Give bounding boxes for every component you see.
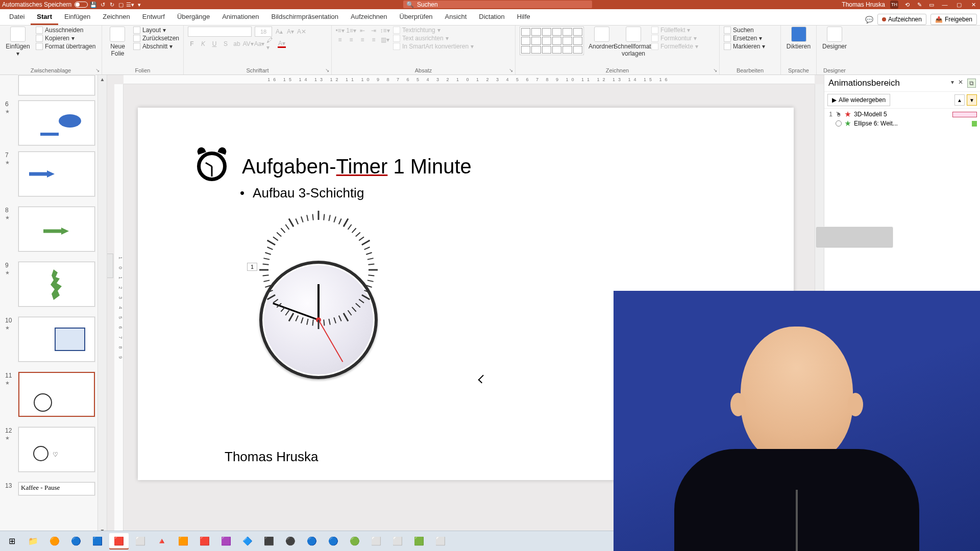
underline-button[interactable]: U xyxy=(210,40,218,48)
increase-font-icon[interactable]: A▴ xyxy=(275,28,283,36)
tab-start[interactable]: Start xyxy=(31,10,58,25)
tab-ueberpruefen[interactable]: Überprüfen xyxy=(394,10,439,25)
new-slide-button[interactable]: Neue Folie xyxy=(106,27,129,57)
qat-customize-icon[interactable]: ▾ xyxy=(136,1,143,8)
align-left-button[interactable]: ≡ xyxy=(336,36,344,44)
slide-title[interactable]: Aufgaben-Timer 1 Minute xyxy=(194,148,472,184)
move-down-button[interactable]: ▼ xyxy=(967,94,977,106)
outline-handle[interactable] xyxy=(107,254,113,278)
scroll-thumb[interactable] xyxy=(816,227,893,247)
taskbar-app-icon[interactable]: ⬜ xyxy=(388,533,407,549)
presenter-name[interactable]: Thomas Hruska xyxy=(225,449,318,465)
paste-button[interactable]: Einfügen▾ xyxy=(4,27,32,57)
taskbar-firefox-icon[interactable]: 🟠 xyxy=(45,533,64,549)
reset-button[interactable]: Zurücksetzen xyxy=(133,35,179,42)
slide-thumbnail[interactable] xyxy=(18,207,95,252)
taskbar-excel-icon[interactable]: 🟩 xyxy=(409,533,429,549)
italic-button[interactable]: K xyxy=(199,40,207,48)
increase-indent-button[interactable]: ⇥ xyxy=(370,27,378,35)
popout-icon[interactable]: ⧉ xyxy=(967,79,976,88)
replace-button[interactable]: Ersetzen▾ xyxy=(724,35,765,42)
from-beginning-icon[interactable]: ▢ xyxy=(117,1,125,8)
slide-thumbnail-active[interactable] xyxy=(18,372,95,417)
quick-styles-button[interactable]: Schnellformat- vorlagen xyxy=(620,27,647,57)
slide-thumbnail[interactable]: Kaffee - Pause xyxy=(18,482,95,495)
font-family-combo[interactable] xyxy=(188,27,252,37)
autosave-toggle[interactable]: Automatisches Speichern xyxy=(2,1,88,8)
slide-thumbnail[interactable] xyxy=(18,317,95,362)
font-color-button[interactable]: A▾ xyxy=(278,40,286,48)
tab-aufzeichnen[interactable]: Aufzeichnen xyxy=(345,10,394,25)
animation-item[interactable]: 1 🖱 3D-Modell 5 xyxy=(827,110,977,119)
tab-animationen[interactable]: Animationen xyxy=(216,10,265,25)
save-icon[interactable]: 💾 xyxy=(90,1,97,8)
dialog-launcher-icon[interactable]: ↘ xyxy=(713,67,717,73)
font-size-combo[interactable]: 18 xyxy=(255,27,272,37)
align-right-button[interactable]: ≡ xyxy=(358,36,366,44)
dialog-launcher-icon[interactable]: ↘ xyxy=(325,67,329,73)
dialog-launcher-icon[interactable]: ↘ xyxy=(509,67,513,73)
taskbar-app-icon[interactable]: ⬜ xyxy=(431,533,450,549)
shape-fill-button[interactable]: Fülleffekt▾ xyxy=(651,27,698,34)
thumbnail-scrollbar[interactable]: ▲ ▼ xyxy=(97,75,107,535)
taskbar-powerpoint-icon[interactable]: 🟥 xyxy=(109,533,129,549)
comments-icon[interactable]: 💬 xyxy=(865,16,873,23)
taskbar-app-icon[interactable]: 🔷 xyxy=(238,533,257,549)
taskbar-app-icon[interactable]: 🟧 xyxy=(174,533,193,549)
bullet-item[interactable]: Aufbau 3-Schichtig xyxy=(240,185,364,201)
taskbar-edge-icon[interactable]: 🟢 xyxy=(345,533,364,549)
slide-thumbnail[interactable]: ♡ xyxy=(18,427,95,472)
layout-button[interactable]: Layout▾ xyxy=(133,27,179,34)
close-icon[interactable]: ✕ xyxy=(958,79,963,88)
slide-thumbnail[interactable] xyxy=(18,101,95,145)
shape-outline-button[interactable]: Formkontur▾ xyxy=(651,35,698,42)
tab-entwurf[interactable]: Entwurf xyxy=(136,10,171,25)
tab-uebergaenge[interactable]: Übergänge xyxy=(171,10,216,25)
smartart-button[interactable]: In SmartArt konvertieren▾ xyxy=(393,43,474,50)
align-center-button[interactable]: ≡ xyxy=(347,36,355,44)
move-up-button[interactable]: ▲ xyxy=(954,94,965,106)
taskbar-app-icon[interactable]: ⬜ xyxy=(366,533,386,549)
bullets-button[interactable]: •≡▾ xyxy=(336,27,344,35)
redo-icon[interactable]: ↻ xyxy=(108,1,115,8)
search-input[interactable]: 🔍 Suchen xyxy=(403,1,592,8)
touch-mode-icon[interactable]: ☰▾ xyxy=(127,1,134,8)
designer-button[interactable]: Designer xyxy=(821,27,848,50)
chevron-down-icon[interactable]: ▾ xyxy=(951,79,954,88)
tab-zeichnen[interactable]: Zeichnen xyxy=(96,10,136,25)
numbering-button[interactable]: 1≡▾ xyxy=(347,27,355,35)
maximize-button[interactable]: ▢ xyxy=(954,0,964,9)
taskbar-app-icon[interactable]: 🔵 xyxy=(302,533,322,549)
slide-thumbnail[interactable] xyxy=(18,75,95,95)
section-button[interactable]: Abschnitt▾ xyxy=(133,43,179,50)
tab-bildschirmpraesentation[interactable]: Bildschirmpräsentation xyxy=(265,10,345,25)
cut-button[interactable]: Ausschneiden xyxy=(36,27,95,34)
taskbar-app-icon[interactable]: ⬜ xyxy=(131,533,150,549)
find-button[interactable]: Suchen xyxy=(724,27,765,34)
line-spacing-button[interactable]: ↕≡▾ xyxy=(381,27,389,35)
format-painter-button[interactable]: Format übertragen xyxy=(36,43,95,50)
clear-format-icon[interactable]: A✕ xyxy=(298,28,306,36)
dictate-button[interactable]: Diktieren xyxy=(785,27,812,50)
char-spacing-button[interactable]: AV▾ xyxy=(244,40,252,48)
clock-3d-model[interactable] xyxy=(259,261,378,379)
decrease-font-icon[interactable]: A▾ xyxy=(286,28,295,36)
align-text-button[interactable]: Text ausrichten▾ xyxy=(393,35,474,42)
taskbar-onenote-icon[interactable]: 🟪 xyxy=(216,533,236,549)
justify-button[interactable]: ≡ xyxy=(370,36,378,44)
taskbar-app-icon[interactable]: 🔵 xyxy=(324,533,343,549)
slide-thumbnail[interactable] xyxy=(18,152,95,196)
tab-hilfe[interactable]: Hilfe xyxy=(511,10,536,25)
tab-ansicht[interactable]: Ansicht xyxy=(439,10,473,25)
slide-thumbnail[interactable] xyxy=(18,262,95,307)
decrease-indent-button[interactable]: ⇤ xyxy=(358,27,366,35)
change-case-button[interactable]: Aa▾ xyxy=(255,40,263,48)
scroll-up-icon[interactable]: ▲ xyxy=(98,75,107,83)
undo-icon[interactable]: ↺ xyxy=(99,1,106,8)
select-button[interactable]: Markieren▾ xyxy=(724,43,765,50)
start-button[interactable]: ⊞ xyxy=(2,533,21,549)
record-button[interactable]: Aufzeichnen xyxy=(877,14,926,25)
tab-einfuegen[interactable]: Einfügen xyxy=(58,10,96,25)
taskbar-explorer-icon[interactable]: 📁 xyxy=(23,533,43,549)
close-button[interactable]: ✕ xyxy=(969,0,978,9)
